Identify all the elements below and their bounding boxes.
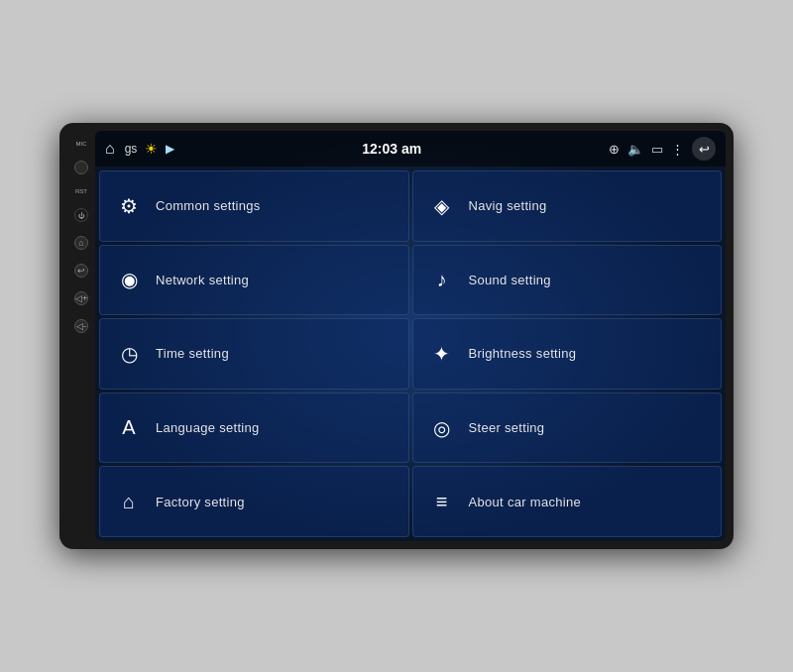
menu-item-network-setting[interactable]: ◉Network setting — [99, 245, 409, 316]
menu-label-brightness-setting: Brightness setting — [469, 346, 577, 361]
menu-item-brightness-setting[interactable]: ✦Brightness setting — [412, 318, 723, 390]
menu-label-factory-setting: Factory setting — [156, 495, 245, 509]
back-button[interactable]: ↩ — [692, 137, 716, 161]
navigation-icon: ◈ — [429, 194, 455, 218]
brightness-icon: ✦ — [429, 342, 455, 366]
mic-button[interactable] — [74, 161, 88, 174]
menu-label-network-setting: Network setting — [156, 273, 249, 287]
menu-item-sound-setting[interactable]: ♪Sound setting — [412, 245, 723, 316]
vol-up-button[interactable]: ◁+ — [74, 291, 88, 305]
rst-button[interactable]: ⏻ — [74, 208, 88, 222]
vol-down-button[interactable]: ◁- — [74, 319, 88, 333]
brightness-icon[interactable]: ☀ — [145, 141, 158, 157]
home-side-button[interactable]: ⌂ — [74, 236, 88, 250]
gs-label: gs — [125, 142, 138, 156]
menu-item-factory-setting[interactable]: ⌂Factory setting — [99, 466, 409, 537]
menu-item-navig-setting[interactable]: ◈Navig setting — [412, 170, 723, 242]
steering-icon: ◎ — [429, 416, 455, 440]
back-side-button[interactable]: ↩ — [74, 264, 88, 278]
menu-item-language-setting[interactable]: ALanguage setting — [99, 392, 409, 464]
mic-label: MIC — [76, 141, 87, 147]
menu-label-language-setting: Language setting — [156, 420, 260, 435]
main-screen: ⌂ gs ☀ ▶ 12:03 am ⊕ 🔈 ▭ ⋮ ↩ ⚙Common sett… — [95, 131, 726, 541]
menu-label-navig-setting: Navig setting — [469, 198, 547, 213]
menu-label-sound-setting: Sound setting — [469, 273, 551, 287]
gear-icon: ⚙ — [116, 194, 142, 218]
car-unit-device: MIC RST ⏻ ⌂ ↩ ◁+ ◁- ⌂ gs ☀ ▶ 12:03 am ⊕ … — [59, 123, 734, 549]
volume-icon[interactable]: 🔈 — [627, 142, 643, 157]
more-options-icon[interactable]: ⋮ — [671, 142, 684, 157]
info-icon: ≡ — [429, 491, 455, 513]
network-icon: ◉ — [116, 268, 142, 291]
status-time: 12:03 am — [182, 141, 601, 157]
rst-label: RST — [75, 188, 87, 194]
menu-label-time-setting: Time setting — [156, 346, 229, 361]
menu-label-steer-setting: Steer setting — [469, 420, 545, 435]
media-play-icon[interactable]: ▶ — [166, 142, 174, 156]
menu-label-common-settings: Common settings — [156, 198, 261, 213]
location-icon[interactable]: ⊕ — [609, 142, 620, 157]
clock-icon: ◷ — [116, 342, 142, 366]
factory-icon: ⌂ — [116, 491, 142, 513]
sound-icon: ♪ — [429, 269, 455, 291]
menu-item-steer-setting[interactable]: ◎Steer setting — [412, 392, 723, 464]
settings-menu-grid: ⚙Common settings◈Navig setting◉Network s… — [95, 167, 726, 541]
status-bar: ⌂ gs ☀ ▶ 12:03 am ⊕ 🔈 ▭ ⋮ ↩ — [95, 131, 726, 167]
home-icon[interactable]: ⌂ — [105, 140, 115, 158]
side-controls: MIC RST ⏻ ⌂ ↩ ◁+ ◁- — [67, 131, 95, 541]
menu-label-about-car: About car machine — [469, 495, 582, 509]
menu-item-common-settings[interactable]: ⚙Common settings — [99, 170, 409, 242]
menu-item-about-car[interactable]: ≡About car machine — [412, 466, 723, 537]
battery-icon[interactable]: ▭ — [651, 142, 663, 157]
language-icon: A — [116, 416, 142, 439]
menu-item-time-setting[interactable]: ◷Time setting — [99, 318, 409, 390]
